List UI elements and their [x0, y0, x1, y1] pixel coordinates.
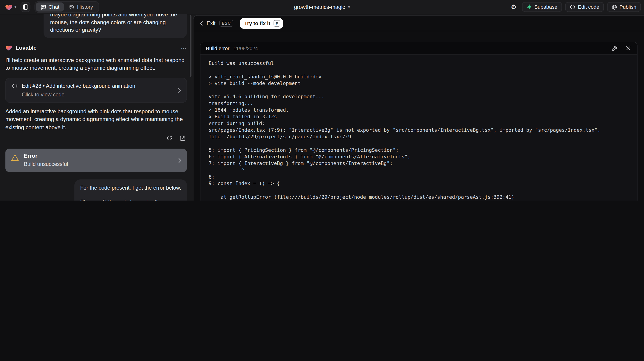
- project-title: growth-metrics-magic: [294, 4, 345, 10]
- exit-label: Exit: [206, 20, 216, 26]
- chevron-left-icon: [200, 21, 203, 26]
- user-message-text: maybe diagramming points and when you mo…: [50, 14, 177, 33]
- tab-chat-label: Chat: [48, 4, 60, 10]
- view-tab-group: Chat History: [34, 1, 99, 12]
- edit-card-28[interactable]: Edit #28 • Add interactive background an…: [5, 78, 187, 102]
- tab-history[interactable]: History: [64, 2, 98, 12]
- chevron-down-icon: ▾: [348, 5, 350, 9]
- close-panel-button[interactable]: [624, 44, 632, 52]
- assistant-text: I'll help create an interactive backgrou…: [5, 57, 184, 71]
- project-switcher[interactable]: growth-metrics-magic ▾: [294, 4, 350, 10]
- history-clock-icon: [69, 4, 74, 9]
- lovable-heart-icon: [5, 3, 13, 10]
- edit-card-title: Edit #28 • Add interactive background an…: [22, 83, 135, 89]
- edit-code-button[interactable]: Edit code: [565, 2, 604, 12]
- lovable-logo-menu[interactable]: ▾: [5, 3, 16, 10]
- chat-sidebar: maybe diagramming points and when you mo…: [0, 14, 193, 201]
- panel-left-icon: [22, 4, 28, 10]
- top-bar-actions: ⚙ Supabase Edit code Publish: [509, 2, 641, 12]
- edit-code-label: Edit code: [578, 4, 599, 10]
- top-bar: ▾ Chat History growth-metri: [0, 0, 644, 14]
- close-icon: [626, 46, 630, 51]
- supabase-bolt-icon: [526, 4, 532, 10]
- esc-key-badge: ESC: [219, 19, 233, 27]
- lovable-heart-icon: [5, 45, 12, 51]
- assistant-paragraph: I'll help create an interactive backgrou…: [5, 56, 187, 72]
- app-window: ▾ Chat History growth-metri: [0, 0, 644, 201]
- error-card-title: Error: [24, 153, 68, 159]
- error-panels: Build error 11/08/2024: [194, 31, 644, 201]
- error-card-texts: Error Build unsuccessful: [24, 153, 68, 167]
- assistant-name: Lovable: [16, 45, 36, 51]
- error-card[interactable]: Error Build unsuccessful: [5, 149, 187, 172]
- settings-button[interactable]: ⚙: [509, 2, 518, 12]
- preview-pane: Exit ESC Try to fix it F Build error 11/…: [193, 15, 644, 201]
- assistant-header: Lovable ⋯: [5, 44, 187, 51]
- sidebar-toggle-button[interactable]: [20, 2, 30, 12]
- assistant-paragraph: Added an interactive background with pin…: [5, 107, 187, 131]
- code-icon: [12, 84, 18, 88]
- message-more-button[interactable]: ⋯: [181, 44, 187, 51]
- publish-button[interactable]: Publish: [607, 2, 641, 12]
- chat-message-list: maybe diagramming points and when you mo…: [0, 14, 193, 201]
- panel-title: Build error: [206, 45, 230, 51]
- user-message: For the code present, I get the error be…: [74, 179, 187, 201]
- build-error-log: Build was unsuccessful > vite_react_shad…: [200, 55, 637, 201]
- publish-label: Publish: [619, 4, 636, 10]
- message-action-icons: [5, 134, 187, 142]
- fix-wrench-button[interactable]: [611, 44, 618, 52]
- chevron-right-icon: [178, 87, 181, 93]
- edit-card-title-row: Edit #28 • Add interactive background an…: [12, 83, 180, 89]
- chat-bubble-icon: [40, 4, 46, 9]
- preview-toolbar: Exit ESC Try to fix it F: [194, 15, 644, 31]
- chat-scrollbar[interactable]: [190, 15, 191, 77]
- tab-history-label: History: [77, 4, 93, 10]
- globe-icon: [612, 4, 617, 9]
- wrench-icon: [612, 45, 617, 51]
- panel-tools: [611, 44, 632, 52]
- chevron-down-icon: ▾: [14, 5, 16, 9]
- open-in-new-icon: [179, 135, 186, 141]
- panel-date: 11/08/2024: [234, 45, 258, 51]
- exit-button[interactable]: Exit ESC: [200, 19, 233, 27]
- tab-chat[interactable]: Chat: [36, 2, 64, 12]
- user-message-line: For the code present, I get the error be…: [80, 184, 181, 192]
- try-to-fix-label: Try to fix it: [244, 20, 270, 26]
- open-preview-button[interactable]: [178, 134, 186, 142]
- edit-card-subtitle: Click to view code: [22, 91, 180, 97]
- warning-triangle-icon: [11, 154, 19, 161]
- f-key-badge: F: [274, 20, 280, 26]
- try-to-fix-button[interactable]: Try to fix it F: [240, 18, 283, 28]
- chevron-right-icon: [178, 158, 182, 163]
- assistant-text: Added an interactive background with pin…: [5, 108, 183, 130]
- user-message: maybe diagramming points and when you mo…: [44, 14, 187, 38]
- supabase-button[interactable]: Supabase: [522, 2, 562, 12]
- error-card-subtitle: Build unsuccessful: [24, 161, 68, 167]
- restore-button[interactable]: [165, 134, 173, 142]
- code-icon: [570, 5, 575, 9]
- panel-header: Build error 11/08/2024: [200, 42, 637, 55]
- refresh-icon: [166, 135, 172, 141]
- workspace: maybe diagramming points and when you mo…: [0, 14, 644, 201]
- gear-icon: ⚙: [511, 3, 516, 10]
- build-error-panel-1: Build error 11/08/2024: [200, 42, 638, 201]
- user-message-line: Please edit the code to resolve the erro…: [80, 198, 181, 201]
- supabase-label: Supabase: [534, 4, 557, 10]
